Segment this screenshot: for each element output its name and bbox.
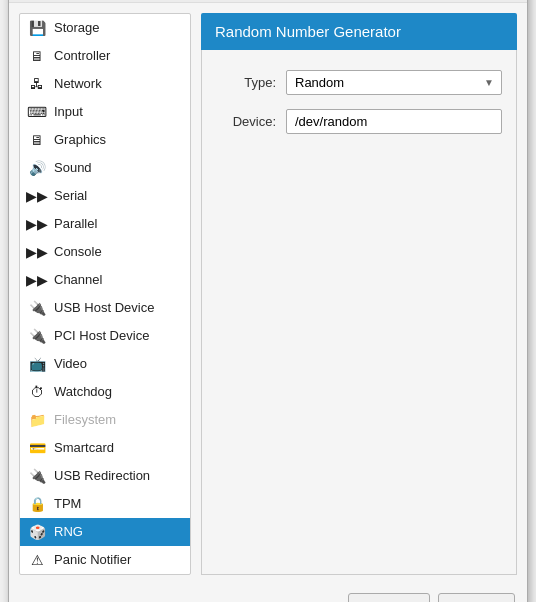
sidebar-item-label: Console <box>54 244 102 259</box>
sidebar-item-label: RNG <box>54 524 83 539</box>
add-hardware-dialog: Add New Virtual Hardware 💾Storage🖥Contro… <box>8 0 528 602</box>
sound-icon: 🔊 <box>28 159 46 177</box>
finish-button[interactable]: Finish <box>438 593 515 603</box>
content-header: Random Number Generator <box>201 13 517 50</box>
sidebar-item-console[interactable]: ▶▶Console <box>20 238 190 266</box>
sidebar-item-graphics[interactable]: 🖥Graphics <box>20 126 190 154</box>
network-icon: 🖧 <box>28 75 46 93</box>
type-label: Type: <box>216 75 276 90</box>
device-label: Device: <box>216 114 276 129</box>
type-row: Type: Random ▼ <box>216 70 502 95</box>
sidebar-item-label: Serial <box>54 188 87 203</box>
smartcard-icon: 💳 <box>28 439 46 457</box>
sidebar-item-rng[interactable]: 🎲RNG <box>20 518 190 546</box>
sidebar-item-channel[interactable]: ▶▶Channel <box>20 266 190 294</box>
sidebar-item-video[interactable]: 📺Video <box>20 350 190 378</box>
sidebar-item-label: Panic Notifier <box>54 552 131 567</box>
device-row: Device: <box>216 109 502 134</box>
sidebar-item-label: Channel <box>54 272 102 287</box>
storage-icon: 💾 <box>28 19 46 37</box>
sidebar-item-sound[interactable]: 🔊Sound <box>20 154 190 182</box>
sidebar-item-label: PCI Host Device <box>54 328 149 343</box>
sidebar-item-label: Filesystem <box>54 412 116 427</box>
sidebar-item-label: Controller <box>54 48 110 63</box>
sidebar-item-serial[interactable]: ▶▶Serial <box>20 182 190 210</box>
watchdog-icon: ⏱ <box>28 383 46 401</box>
usbred-icon: 🔌 <box>28 467 46 485</box>
controller-icon: 🖥 <box>28 47 46 65</box>
sidebar-item-label: Smartcard <box>54 440 114 455</box>
sidebar-item-storage[interactable]: 💾Storage <box>20 14 190 42</box>
tpm-icon: 🔒 <box>28 495 46 513</box>
sidebar-item-label: USB Host Device <box>54 300 154 315</box>
content-area: Random Number Generator Type: Random ▼ D… <box>201 13 517 575</box>
sidebar-item-label: Video <box>54 356 87 371</box>
sidebar-item-usb-host[interactable]: 🔌USB Host Device <box>20 294 190 322</box>
sidebar-item-network[interactable]: 🖧Network <box>20 70 190 98</box>
serial-icon: ▶▶ <box>28 187 46 205</box>
sidebar-item-tpm[interactable]: 🔒TPM <box>20 490 190 518</box>
sidebar-item-label: TPM <box>54 496 81 511</box>
type-select[interactable]: Random <box>286 70 502 95</box>
device-input[interactable] <box>286 109 502 134</box>
sidebar-item-label: Sound <box>54 160 92 175</box>
video-icon: 📺 <box>28 355 46 373</box>
sidebar-item-filesystem: 📁Filesystem <box>20 406 190 434</box>
parallel-icon: ▶▶ <box>28 215 46 233</box>
sidebar-item-pci-host[interactable]: 🔌PCI Host Device <box>20 322 190 350</box>
hardware-sidebar: 💾Storage🖥Controller🖧Network⌨Input🖥Graphi… <box>19 13 191 575</box>
sidebar-item-watchdog[interactable]: ⏱Watchdog <box>20 378 190 406</box>
channel-icon: ▶▶ <box>28 271 46 289</box>
pci-icon: 🔌 <box>28 327 46 345</box>
sidebar-item-parallel[interactable]: ▶▶Parallel <box>20 210 190 238</box>
graphics-icon: 🖥 <box>28 131 46 149</box>
input-icon: ⌨ <box>28 103 46 121</box>
sidebar-item-input[interactable]: ⌨Input <box>20 98 190 126</box>
type-select-wrapper: Random ▼ <box>286 70 502 95</box>
sidebar-item-panic[interactable]: ⚠Panic Notifier <box>20 546 190 574</box>
panic-icon: ⚠ <box>28 551 46 569</box>
sidebar-item-usb-redir[interactable]: 🔌USB Redirection <box>20 462 190 490</box>
cancel-button[interactable]: Cancel <box>348 593 430 603</box>
sidebar-item-label: Parallel <box>54 216 97 231</box>
sidebar-item-label: USB Redirection <box>54 468 150 483</box>
dialog-footer: Cancel Finish <box>9 585 527 603</box>
sidebar-item-controller[interactable]: 🖥Controller <box>20 42 190 70</box>
sidebar-item-label: Watchdog <box>54 384 112 399</box>
filesystem-icon: 📁 <box>28 411 46 429</box>
sidebar-item-smartcard[interactable]: 💳Smartcard <box>20 434 190 462</box>
console-icon: ▶▶ <box>28 243 46 261</box>
sidebar-item-label: Graphics <box>54 132 106 147</box>
rng-icon: 🎲 <box>28 523 46 541</box>
sidebar-item-label: Network <box>54 76 102 91</box>
sidebar-item-label: Storage <box>54 20 100 35</box>
content-form: Type: Random ▼ Device: <box>201 50 517 575</box>
dialog-body: 💾Storage🖥Controller🖧Network⌨Input🖥Graphi… <box>9 3 527 585</box>
usb-icon: 🔌 <box>28 299 46 317</box>
sidebar-item-label: Input <box>54 104 83 119</box>
